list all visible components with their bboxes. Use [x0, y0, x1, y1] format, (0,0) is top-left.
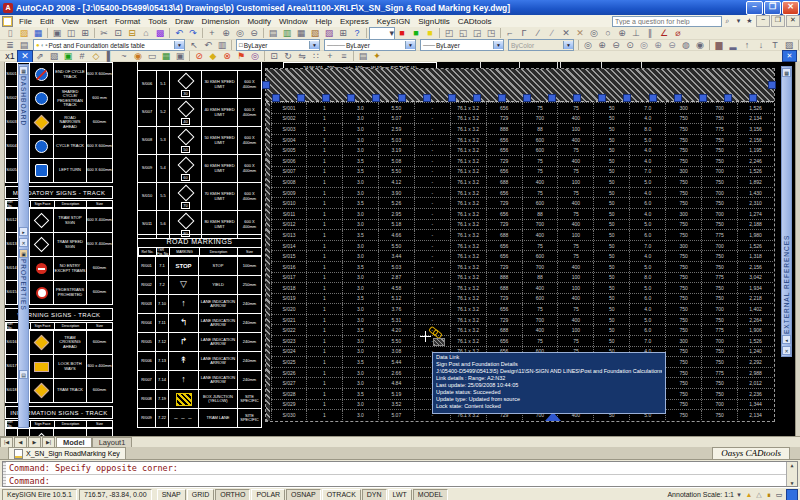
search-dropdown-icon[interactable]: ▾: [733, 16, 744, 26]
toggle-polar[interactable]: POLAR: [251, 489, 285, 500]
toolbar-lock-icon[interactable]: ∎: [764, 490, 774, 500]
plot-icon[interactable]: ▣: [50, 28, 64, 39]
command-history[interactable]: Command: Specify opposite corner: Comman…: [2, 461, 798, 487]
layout-new-icon[interactable]: ◱: [456, 28, 470, 39]
tool-palettes-icon[interactable]: ▦: [294, 28, 308, 39]
table-column-grip[interactable]: [598, 94, 606, 102]
xref-autohide-icon[interactable]: ◂: [782, 335, 791, 344]
toggle-osnap[interactable]: OSNAP: [286, 489, 321, 500]
layout-icon[interactable]: ◰: [442, 28, 456, 39]
qnew-icon[interactable]: ▯: [3, 28, 17, 39]
cut-icon[interactable]: ✂: [97, 28, 111, 39]
table-row[interactable]: S/01913.55.12-76.1 x 3.2729600400506.075…: [271, 293, 773, 304]
table-column-grip[interactable]: [272, 94, 280, 102]
zoom-dynamic-icon[interactable]: ⊕: [595, 40, 609, 51]
table-row[interactable]: S/01013.55.26-76.1 x 3.2729600400506.075…: [271, 197, 773, 208]
table-row[interactable]: S/00513.03.19-76.1 x 3.265660075504.0750…: [271, 144, 773, 155]
sheetset-manager-icon[interactable]: ▧: [308, 28, 322, 39]
scroll-up-icon[interactable]: ▲: [787, 462, 797, 468]
table-column-grip[interactable]: [297, 94, 305, 102]
table-column-grip[interactable]: [548, 94, 556, 102]
table-row[interactable]: S/00313.02.59-76.1 x 3.288888100508.0750…: [271, 123, 773, 134]
menu-express[interactable]: Express: [336, 17, 373, 26]
keysign-close-icon[interactable]: ✕: [17, 50, 33, 63]
xref-grab-icon[interactable]: ▩: [782, 68, 791, 77]
marker-icon[interactable]: ◉: [131, 51, 145, 62]
polyline-icon[interactable]: ∕: [545, 28, 559, 39]
menu-signutils[interactable]: SignUtils: [414, 17, 454, 26]
table-row[interactable]: R/0077.14↑LANE INDICATION ARROW240mm: [138, 370, 261, 389]
match-properties-icon[interactable]: ⌂: [139, 28, 153, 39]
menu-window[interactable]: Window: [275, 17, 311, 26]
table-row[interactable]: S/02013.03.76-76.1 x 3.26567575504.07507…: [271, 303, 773, 314]
annotation-autoscale-icon[interactable]: △: [754, 490, 764, 500]
zoom-all-icon[interactable]: ◍: [679, 40, 693, 51]
keysign-yellow-icon[interactable]: ■: [423, 28, 437, 39]
copy-icon[interactable]: ⊡: [111, 28, 125, 39]
table-row[interactable]: S/01613.55.03-76.1 x 3.2729700400505.075…: [271, 261, 773, 272]
annotation-visibility-icon[interactable]: ▲: [744, 490, 754, 500]
doc-restore-button[interactable]: ❐: [771, 15, 785, 27]
dashboard-grab-icon[interactable]: ▦: [19, 66, 28, 75]
command-drag-handle[interactable]: [3, 462, 6, 486]
external-references-palette-title[interactable]: EXTERNAL REFERENCES: [783, 134, 790, 334]
table-row[interactable]: R/0067.13↟LANE INDICATION ARROW240mm: [138, 351, 261, 370]
markup-set-manager-icon[interactable]: ▨: [322, 28, 336, 39]
table-row[interactable]: S/0195.1INFORMATION SIGN600 X 400mm: [6, 428, 112, 436]
zoom-realtime-icon[interactable]: ⊕: [219, 28, 233, 39]
dim-parallel-icon[interactable]: ∥: [643, 28, 657, 39]
search-icon[interactable]: ⌕: [722, 16, 733, 26]
attach-xref-icon[interactable]: ⇗: [33, 51, 47, 62]
zoom-out-icon[interactable]: ⊖: [665, 40, 679, 51]
table-column-grip[interactable]: [523, 94, 531, 102]
command-line-2[interactable]: Command:: [3, 475, 797, 487]
sign-table-icon[interactable]: #: [75, 51, 89, 62]
zoom-center-icon[interactable]: ⊙: [623, 40, 637, 51]
table-row[interactable]: S/01113.02.95-76.1 x 3.26568875504.03007…: [271, 208, 773, 219]
lineweight-combo-arrow-icon[interactable]: ▼: [493, 41, 503, 49]
table-row[interactable]: S/00613.55.08-76.1 x 3.272975400504.0750…: [271, 155, 773, 166]
close-button[interactable]: ✕: [782, 1, 799, 15]
table-column-grip[interactable]: [372, 94, 380, 102]
lineweight-combo[interactable]: —— ByLayer ▼: [420, 39, 504, 51]
chainage-icon[interactable]: ~: [117, 51, 131, 62]
no-entry-icon[interactable]: ⊘: [192, 51, 206, 62]
table-column-grip[interactable]: [623, 94, 631, 102]
properties-grab-icon[interactable]: ▣: [19, 249, 28, 258]
table-row[interactable]: S/0105.57070 KM/H SPEED LIMIT600 X 400mm: [137, 183, 262, 211]
workspace-combo[interactable]: ▾: [369, 27, 395, 40]
zoom-extents-icon[interactable]: ◉: [693, 40, 707, 51]
target-icon[interactable]: ◎: [248, 51, 262, 62]
designcenter-icon[interactable]: ▥: [280, 28, 294, 39]
publish-icon[interactable]: ⊞: [78, 28, 92, 39]
table-row[interactable]: R/0087.19BOX JUNCTION (YELLOW)SITE SPECI…: [138, 389, 261, 408]
diameter-icon[interactable]: ⌀: [671, 28, 685, 39]
table-insert-icon[interactable]: ▦: [159, 51, 173, 62]
drawing-file-icon[interactable]: [2, 16, 13, 27]
table-row[interactable]: S/00913.03.90-76.1 x 3.26567575504.07507…: [271, 187, 773, 198]
rotate-icon[interactable]: ↻: [281, 51, 295, 62]
table-row[interactable]: S/00413.05.03-76.1 x 3.2656600400505.075…: [271, 134, 773, 145]
properties-icon[interactable]: ▤: [266, 28, 280, 39]
dim-linear-icon[interactable]: ⌐: [503, 28, 517, 39]
help-search-input[interactable]: [612, 16, 722, 27]
xref-close-icon[interactable]: ✕: [782, 346, 791, 355]
polygon-icon[interactable]: ▭: [145, 51, 159, 62]
table-row[interactable]: S/00213.05.07-76.1 x 3.2729700400504.075…: [271, 113, 773, 124]
zoom-previous-icon[interactable]: ⊖: [247, 28, 261, 39]
layer-combo-arrow-icon[interactable]: ▼: [174, 41, 184, 49]
draworder-front-icon[interactable]: ▆: [712, 40, 726, 51]
layers2-icon[interactable]: ▤: [356, 51, 370, 62]
table-row[interactable]: S/0095.46060 KM/H SPEED LIMIT600 X 400mm: [137, 155, 262, 183]
line-icon[interactable]: ∕: [531, 28, 545, 39]
table-column-grip[interactable]: [724, 94, 732, 102]
table-row[interactable]: S/01713.02.87-76.1 x 3.288888100508.0750…: [271, 272, 773, 283]
dashboard-close-icon[interactable]: ✕: [19, 238, 28, 247]
zoom-scale-icon[interactable]: ⊖: [609, 40, 623, 51]
table-column-grip[interactable]: [573, 94, 581, 102]
array-icon[interactable]: ∷: [309, 51, 323, 62]
annotation-scale-value[interactable]: 1:1: [724, 491, 734, 498]
menu-keysign[interactable]: KeySIGN: [373, 17, 414, 26]
coordinates-display[interactable]: 716.57, -83.84, 0.00: [79, 489, 152, 500]
table-row[interactable]: S/02213.54.20-76.1 x 3.2688400100506.075…: [271, 324, 773, 335]
